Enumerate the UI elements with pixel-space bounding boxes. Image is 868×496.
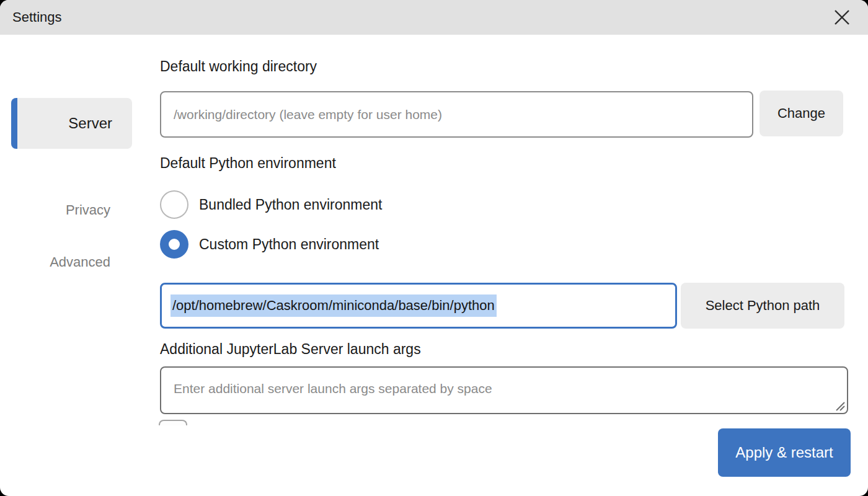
sidebar-item-privacy[interactable]: Privacy <box>0 201 110 219</box>
sidebar-item-server-label: Server <box>68 114 112 133</box>
titlebar: Settings <box>0 0 868 35</box>
custom-python-option[interactable]: Custom Python environment <box>160 230 379 259</box>
launch-args-wrapper <box>160 366 848 414</box>
launch-args-label: Additional JupyterLab Server launch args <box>160 340 421 358</box>
clipped-checkbox[interactable] <box>159 420 187 425</box>
settings-sidebar: General Server Privacy Advanced <box>0 35 149 496</box>
apply-restart-button[interactable]: Apply & restart <box>718 428 851 477</box>
sidebar-item-advanced[interactable]: Advanced <box>0 253 110 272</box>
launch-args-textarea[interactable] <box>160 366 848 414</box>
dialog-title: Settings <box>12 9 62 25</box>
python-environment-label: Default Python environment <box>160 154 336 172</box>
custom-python-label: Custom Python environment <box>199 236 379 253</box>
bundled-python-radio[interactable] <box>160 190 188 219</box>
change-directory-button[interactable]: Change <box>760 91 843 136</box>
working-directory-label: Default working directory <box>160 58 317 75</box>
python-path-selected-text: /opt/homebrew/Caskroom/miniconda/base/bi… <box>170 294 497 317</box>
custom-python-radio[interactable] <box>160 230 188 259</box>
select-python-path-button[interactable]: Select Python path <box>681 283 844 329</box>
bundled-python-label: Bundled Python environment <box>199 197 382 213</box>
python-path-input[interactable]: /opt/homebrew/Caskroom/miniconda/base/bi… <box>160 283 677 329</box>
bundled-python-option[interactable]: Bundled Python environment <box>160 190 382 219</box>
working-directory-input[interactable] <box>160 91 753 138</box>
sidebar-item-server[interactable]: Server <box>11 98 132 149</box>
close-icon <box>833 8 851 27</box>
settings-dialog: Settings General Server Privacy Advanced… <box>0 0 868 496</box>
close-button[interactable] <box>832 7 852 27</box>
